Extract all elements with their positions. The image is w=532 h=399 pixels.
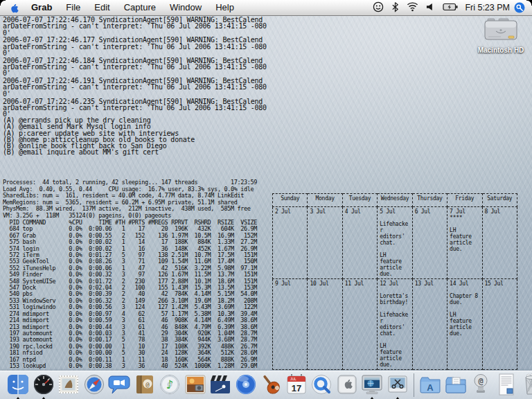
dock-icon-iphoto[interactable] — [184, 373, 207, 399]
dock-icon-internet-shortcut[interactable]: @ — [469, 373, 493, 399]
calendar-event: Loretta's birthday! — [380, 293, 410, 305]
svg-text:@: @ — [145, 381, 150, 388]
dock-icon-text-document[interactable] — [495, 373, 518, 399]
syslog-entry: 2006-07-07 17:22:46.184 SyndicationAgent… — [3, 57, 267, 77]
dock-icon-finder[interactable] — [6, 373, 30, 399]
dock-icon-documents-folder[interactable] — [444, 373, 468, 399]
running-indicator — [42, 397, 46, 399]
garageband-icon — [259, 373, 283, 396]
dock-icon-address-book[interactable]: @ — [133, 373, 157, 399]
bluetooth-menu-icon[interactable] — [391, 1, 399, 15]
applications-folder-icon: A — [418, 373, 442, 396]
internet-shortcut-icon: @ — [469, 373, 493, 396]
menu-file[interactable]: File — [59, 2, 87, 12]
menu-grab[interactable]: Grab — [24, 2, 59, 12]
syslog-line: 0' — [3, 70, 267, 76]
dock-icon-garageband[interactable] — [259, 373, 283, 399]
calendar-date: 2 Jul — [275, 209, 305, 215]
calendar-day-header: Sunday — [273, 194, 308, 207]
classic-menu-icon[interactable] — [373, 1, 384, 15]
calendar-event: LH feature article due. — [450, 312, 480, 337]
dock-icon-grab[interactable] — [386, 373, 409, 399]
dock-icon-ical[interactable]: JUL17 — [285, 373, 308, 399]
calendar-event: Chapter 8 due. — [450, 293, 480, 305]
calendar-event: Lifehacker editors' chat. — [380, 312, 410, 337]
dock-icon-idvd[interactable] — [234, 373, 258, 399]
dock: @♪JUL17A@ — [0, 371, 532, 399]
dock-icon-ichat[interactable] — [107, 373, 131, 399]
hd-icon-label: Macintosh HD — [474, 46, 528, 54]
syslog-line: arDateFromString - can't interpret: 'Thu… — [3, 105, 267, 111]
calendar-day-header: Saturday — [482, 194, 517, 207]
trash-icon — [520, 373, 532, 396]
dock-icon-safari[interactable] — [82, 373, 106, 399]
syslog-entry: 2006-07-07 17:22:46.170 SyndicationAgent… — [3, 17, 267, 36]
calendar-day-header: Wednesday — [378, 194, 412, 207]
menu-help[interactable]: Help — [209, 2, 241, 12]
volume-menu-icon[interactable] — [426, 2, 435, 14]
syslog-line: 0' — [3, 50, 267, 56]
system-preferences-icon — [335, 373, 359, 396]
calendar-date: 4 Jul — [345, 209, 375, 215]
svg-text:♪: ♪ — [166, 378, 174, 391]
battery-menu-icon[interactable] — [443, 3, 458, 13]
top-stats-output: Processes: 44 total, 2 running, 42 sleep… — [3, 179, 257, 219]
calendar-date: 14 Jul — [450, 281, 480, 287]
dock-icon-system-preferences[interactable] — [335, 373, 359, 399]
menu-status-icons — [373, 1, 462, 15]
calendar-day-header: Tuesday — [342, 194, 377, 207]
dock-icon-applications-folder[interactable]: A — [418, 373, 442, 399]
grab-icon — [386, 373, 409, 396]
calendar-header-row: SundayMondayTuesdayWednesdayThursdayFrid… — [273, 194, 517, 207]
calendar-date: 3 Jul — [310, 209, 340, 215]
calendar-event: LH feature article due. — [380, 252, 410, 277]
process-table-output: PID COMMAND %CPU TIME #TH #PRTS #MREGS R… — [3, 220, 257, 369]
safari-icon — [82, 373, 106, 396]
calendar-day-header: Friday — [447, 194, 482, 207]
dock-icon-mail[interactable] — [57, 373, 80, 399]
todo-item: (B) @email inquire about MM's gift cert — [3, 149, 195, 155]
dock-icon-trash[interactable] — [520, 373, 532, 399]
calendar-date: 5 Jul — [380, 209, 410, 215]
syslog-line: arDateFromString - can't interpret: 'Thu… — [3, 44, 267, 50]
dashboard-icon — [32, 373, 55, 396]
svg-text:17: 17 — [291, 383, 301, 393]
dock-icon-quicktime[interactable] — [310, 373, 333, 399]
calendar-day-cell: 10 Jul — [308, 279, 342, 370]
calendar-table: SundayMondayTuesdayWednesdayThursdayFrid… — [272, 193, 517, 370]
dock-icon-iterm[interactable] — [360, 373, 384, 399]
menu-capture[interactable]: Capture — [117, 2, 163, 12]
calendar-day-cell: 7 Jul ****LH feature article due. — [447, 207, 482, 279]
calendar-date: 8 Jul — [485, 209, 515, 215]
dock-icon-imovie[interactable] — [209, 373, 232, 399]
syslog-entry: 2006-07-07 17:22:46.235 SyndicationAgent… — [3, 98, 267, 118]
running-indicator — [16, 397, 20, 399]
calendar-day-cell: 5 JulLifehacker editors' chat.LH feature… — [378, 207, 412, 279]
syslog-entry: 2006-07-07 17:22:46.191 SyndicationAgent… — [3, 78, 267, 97]
calendar-day-cell: 8 Jul — [482, 207, 517, 279]
dock-icon-dashboard[interactable] — [32, 373, 55, 399]
svg-text:JUL: JUL — [290, 377, 296, 381]
menu-clock[interactable]: Fri 5:23 PM — [462, 3, 514, 12]
calendar-day-header: Thursday — [412, 194, 447, 207]
syslog-line: 0' — [3, 30, 267, 36]
macintosh-hd-icon[interactable]: Macintosh HD — [474, 18, 528, 54]
calendar-date: 15 Jul — [485, 281, 515, 287]
calendar-date: 9 Jul — [275, 281, 305, 287]
syslog-line: arDateFromString - can't interpret: 'Thu… — [3, 23, 267, 29]
calendar-date: 12 Jul — [380, 281, 410, 287]
calendar-day-header: Monday — [308, 194, 342, 207]
calendar-week-row: 2 Jul3 Jul4 Jul5 JulLifehacker editors' … — [273, 207, 517, 279]
menu-edit[interactable]: Edit — [87, 2, 116, 12]
menu-window[interactable]: Window — [163, 2, 209, 12]
imovie-icon — [209, 373, 232, 396]
calendar-date: 13 Jul — [415, 281, 445, 287]
calendar-date: 7 Jul **** — [450, 209, 480, 221]
calendar-day-cell: 9 Jul — [273, 279, 308, 370]
finder-icon — [6, 373, 30, 396]
calendar-widget: SundayMondayTuesdayWednesdayThursdayFrid… — [272, 193, 517, 370]
dock-icon-itunes[interactable]: ♪ — [158, 373, 181, 399]
syslog-line: 0' — [3, 91, 267, 97]
calendar-day-cell: 2 Jul — [273, 207, 308, 279]
airport-menu-icon[interactable] — [407, 1, 418, 14]
